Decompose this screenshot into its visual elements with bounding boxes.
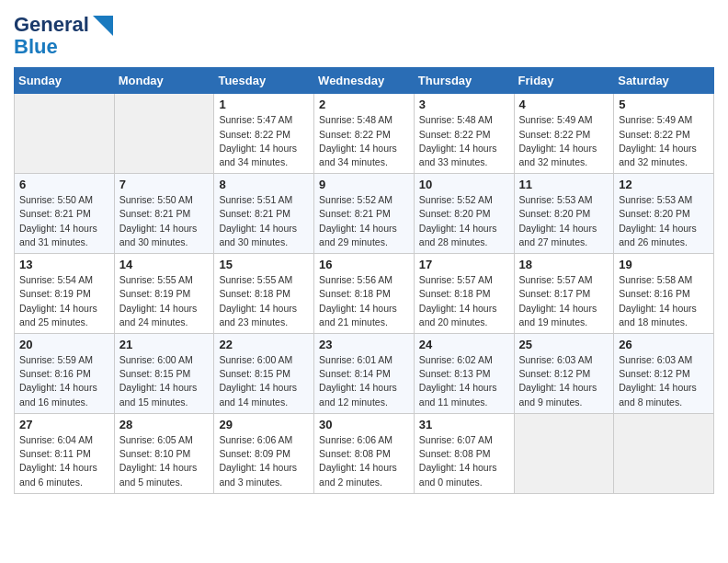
day-number: 24	[419, 338, 509, 351]
day-info: Sunrise: 5:56 AM Sunset: 8:18 PM Dayligh…	[319, 273, 409, 329]
day-info: Sunrise: 6:05 AM Sunset: 8:10 PM Dayligh…	[119, 433, 210, 489]
day-number: 14	[119, 258, 210, 271]
calendar-cell: 26Sunrise: 6:03 AM Sunset: 8:12 PM Dayli…	[614, 334, 714, 414]
calendar-cell: 9Sunrise: 5:52 AM Sunset: 8:21 PM Daylig…	[314, 174, 415, 254]
day-info: Sunrise: 5:58 AM Sunset: 8:16 PM Dayligh…	[619, 273, 709, 329]
calendar-cell: 27Sunrise: 6:04 AM Sunset: 8:11 PM Dayli…	[15, 413, 115, 493]
header-sunday: Sunday	[15, 68, 115, 94]
header-saturday: Saturday	[614, 68, 714, 94]
calendar-cell: 14Sunrise: 5:55 AM Sunset: 8:19 PM Dayli…	[114, 254, 214, 334]
day-number: 11	[519, 178, 609, 191]
header-tuesday: Tuesday	[214, 68, 314, 94]
calendar-cell	[614, 413, 714, 493]
week-row-5: 27Sunrise: 6:04 AM Sunset: 8:11 PM Dayli…	[15, 413, 714, 493]
day-number: 4	[519, 98, 609, 111]
calendar-cell: 30Sunrise: 6:06 AM Sunset: 8:08 PM Dayli…	[314, 413, 415, 493]
day-info: Sunrise: 5:47 AM Sunset: 8:22 PM Dayligh…	[219, 113, 309, 169]
calendar-cell: 8Sunrise: 5:51 AM Sunset: 8:21 PM Daylig…	[214, 174, 314, 254]
day-number: 6	[19, 178, 109, 191]
day-number: 31	[419, 418, 509, 431]
day-info: Sunrise: 6:06 AM Sunset: 8:09 PM Dayligh…	[219, 433, 309, 489]
days-header-row: SundayMondayTuesdayWednesdayThursdayFrid…	[15, 68, 714, 94]
calendar-cell: 13Sunrise: 5:54 AM Sunset: 8:19 PM Dayli…	[15, 254, 115, 334]
calendar-cell: 19Sunrise: 5:58 AM Sunset: 8:16 PM Dayli…	[614, 254, 714, 334]
day-info: Sunrise: 5:52 AM Sunset: 8:21 PM Dayligh…	[319, 193, 409, 249]
day-info: Sunrise: 6:02 AM Sunset: 8:13 PM Dayligh…	[419, 353, 509, 409]
calendar-cell	[15, 94, 115, 174]
day-info: Sunrise: 6:03 AM Sunset: 8:12 PM Dayligh…	[519, 353, 609, 409]
day-info: Sunrise: 5:48 AM Sunset: 8:22 PM Dayligh…	[319, 113, 409, 169]
header-thursday: Thursday	[414, 68, 514, 94]
day-info: Sunrise: 5:57 AM Sunset: 8:18 PM Dayligh…	[419, 273, 509, 329]
day-info: Sunrise: 6:07 AM Sunset: 8:08 PM Dayligh…	[419, 433, 509, 489]
day-number: 26	[619, 338, 709, 351]
calendar-cell: 16Sunrise: 5:56 AM Sunset: 8:18 PM Dayli…	[314, 254, 415, 334]
calendar-cell	[114, 94, 214, 174]
logo-arrow-icon	[93, 16, 113, 36]
day-number: 18	[519, 258, 609, 271]
calendar-table: SundayMondayTuesdayWednesdayThursdayFrid…	[14, 67, 714, 493]
page-header: General Blue	[14, 14, 714, 58]
day-info: Sunrise: 5:49 AM Sunset: 8:22 PM Dayligh…	[619, 113, 709, 169]
day-number: 5	[619, 98, 709, 111]
day-number: 3	[419, 98, 509, 111]
calendar-cell: 5Sunrise: 5:49 AM Sunset: 8:22 PM Daylig…	[614, 94, 714, 174]
calendar-cell: 18Sunrise: 5:57 AM Sunset: 8:17 PM Dayli…	[514, 254, 614, 334]
day-info: Sunrise: 6:06 AM Sunset: 8:08 PM Dayligh…	[319, 433, 409, 489]
day-number: 8	[219, 178, 309, 191]
day-number: 23	[319, 338, 409, 351]
calendar-cell: 29Sunrise: 6:06 AM Sunset: 8:09 PM Dayli…	[214, 413, 314, 493]
day-number: 30	[319, 418, 409, 431]
calendar-cell: 4Sunrise: 5:49 AM Sunset: 8:22 PM Daylig…	[514, 94, 614, 174]
day-info: Sunrise: 5:49 AM Sunset: 8:22 PM Dayligh…	[519, 113, 609, 169]
logo-blue: Blue	[14, 35, 58, 58]
day-info: Sunrise: 5:52 AM Sunset: 8:20 PM Dayligh…	[419, 193, 509, 249]
day-info: Sunrise: 5:57 AM Sunset: 8:17 PM Dayligh…	[519, 273, 609, 329]
calendar-cell: 12Sunrise: 5:53 AM Sunset: 8:20 PM Dayli…	[614, 174, 714, 254]
calendar-cell: 23Sunrise: 6:01 AM Sunset: 8:14 PM Dayli…	[314, 334, 415, 414]
logo: General Blue	[14, 14, 113, 58]
day-number: 19	[619, 258, 709, 271]
day-number: 1	[219, 98, 309, 111]
day-info: Sunrise: 5:50 AM Sunset: 8:21 PM Dayligh…	[19, 193, 109, 249]
day-info: Sunrise: 5:53 AM Sunset: 8:20 PM Dayligh…	[619, 193, 709, 249]
header-monday: Monday	[114, 68, 214, 94]
day-number: 29	[219, 418, 309, 431]
calendar-cell: 7Sunrise: 5:50 AM Sunset: 8:21 PM Daylig…	[114, 174, 214, 254]
calendar-cell: 31Sunrise: 6:07 AM Sunset: 8:08 PM Dayli…	[414, 413, 514, 493]
calendar-cell: 10Sunrise: 5:52 AM Sunset: 8:20 PM Dayli…	[414, 174, 514, 254]
day-info: Sunrise: 5:53 AM Sunset: 8:20 PM Dayligh…	[519, 193, 609, 249]
calendar-cell: 21Sunrise: 6:00 AM Sunset: 8:15 PM Dayli…	[114, 334, 214, 414]
day-number: 9	[319, 178, 409, 191]
day-number: 25	[519, 338, 609, 351]
day-number: 21	[119, 338, 210, 351]
day-info: Sunrise: 5:55 AM Sunset: 8:18 PM Dayligh…	[219, 273, 309, 329]
calendar-cell: 11Sunrise: 5:53 AM Sunset: 8:20 PM Dayli…	[514, 174, 614, 254]
week-row-1: 1Sunrise: 5:47 AM Sunset: 8:22 PM Daylig…	[15, 94, 714, 174]
day-number: 10	[419, 178, 509, 191]
day-info: Sunrise: 5:54 AM Sunset: 8:19 PM Dayligh…	[19, 273, 109, 329]
day-number: 28	[119, 418, 210, 431]
day-info: Sunrise: 5:59 AM Sunset: 8:16 PM Dayligh…	[19, 353, 109, 409]
day-info: Sunrise: 6:03 AM Sunset: 8:12 PM Dayligh…	[619, 353, 709, 409]
week-row-2: 6Sunrise: 5:50 AM Sunset: 8:21 PM Daylig…	[15, 174, 714, 254]
calendar-cell: 2Sunrise: 5:48 AM Sunset: 8:22 PM Daylig…	[314, 94, 415, 174]
calendar-cell: 22Sunrise: 6:00 AM Sunset: 8:15 PM Dayli…	[214, 334, 314, 414]
calendar-cell: 17Sunrise: 5:57 AM Sunset: 8:18 PM Dayli…	[414, 254, 514, 334]
calendar-cell: 20Sunrise: 5:59 AM Sunset: 8:16 PM Dayli…	[15, 334, 115, 414]
day-info: Sunrise: 6:00 AM Sunset: 8:15 PM Dayligh…	[119, 353, 210, 409]
calendar-cell: 1Sunrise: 5:47 AM Sunset: 8:22 PM Daylig…	[214, 94, 314, 174]
logo-text: General Blue	[14, 14, 89, 58]
day-info: Sunrise: 5:50 AM Sunset: 8:21 PM Dayligh…	[119, 193, 210, 249]
svg-marker-0	[93, 16, 113, 36]
week-row-4: 20Sunrise: 5:59 AM Sunset: 8:16 PM Dayli…	[15, 334, 714, 414]
calendar-cell: 6Sunrise: 5:50 AM Sunset: 8:21 PM Daylig…	[15, 174, 115, 254]
calendar-cell: 3Sunrise: 5:48 AM Sunset: 8:22 PM Daylig…	[414, 94, 514, 174]
calendar-cell: 28Sunrise: 6:05 AM Sunset: 8:10 PM Dayli…	[114, 413, 214, 493]
day-number: 12	[619, 178, 709, 191]
header-friday: Friday	[514, 68, 614, 94]
day-number: 7	[119, 178, 210, 191]
header-wednesday: Wednesday	[314, 68, 415, 94]
day-number: 16	[319, 258, 409, 271]
day-info: Sunrise: 6:00 AM Sunset: 8:15 PM Dayligh…	[219, 353, 309, 409]
